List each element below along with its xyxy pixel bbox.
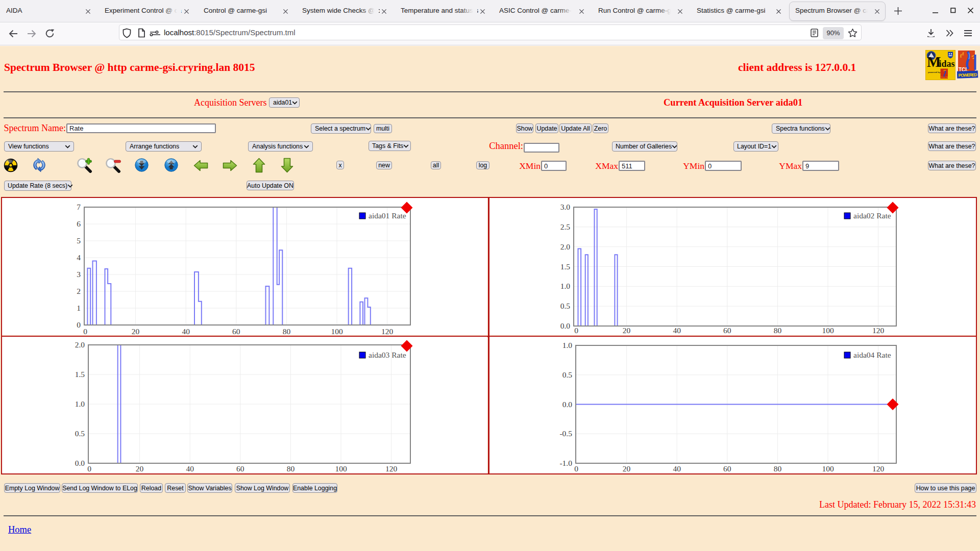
svg-text:60: 60 [723,326,731,335]
svg-text:80: 80 [287,464,295,473]
svg-text:120: 120 [381,327,394,335]
svg-text:0: 0 [77,320,81,329]
svg-text:1.0: 1.0 [562,341,573,349]
svg-text:1.0: 1.0 [75,399,85,408]
svg-text:aida02 Rate: aida02 Rate [853,211,891,220]
svg-text:0.5: 0.5 [560,302,571,310]
svg-text:idas: idas [939,59,955,69]
svg-text:0.5: 0.5 [75,429,85,438]
svg-text:20: 20 [623,326,631,335]
svg-text:40: 40 [673,326,681,335]
svg-text:aida01 Rate: aida01 Rate [369,211,406,220]
svg-text:2.0: 2.0 [75,340,85,349]
svg-text:80: 80 [283,327,291,335]
svg-text:aida04 Rate: aida04 Rate [853,350,891,359]
svg-text:40: 40 [186,464,194,473]
svg-text:7: 7 [77,203,81,211]
svg-text:100: 100 [822,464,834,473]
svg-text:20: 20 [132,327,140,335]
svg-text:60: 60 [236,464,244,473]
svg-text:80: 80 [774,326,782,335]
svg-text:0.0: 0.0 [560,321,571,330]
svg-text:0: 0 [574,464,578,473]
svg-text:-1.0: -1.0 [559,459,572,467]
svg-text:120: 120 [872,464,885,473]
svg-text:2.0: 2.0 [560,242,571,251]
svg-text:60: 60 [232,327,240,335]
svg-text:3.0: 3.0 [560,203,571,211]
svg-text:2: 2 [77,287,81,295]
svg-text:40: 40 [673,464,681,473]
svg-text:1.5: 1.5 [75,370,85,379]
svg-text:1.5: 1.5 [560,262,571,271]
svg-text:100: 100 [822,326,834,335]
svg-text:-0.5: -0.5 [559,429,572,438]
svg-text:80: 80 [774,464,782,473]
svg-text:POWERED: POWERED [958,72,977,78]
svg-text:100: 100 [335,464,347,473]
svg-text:0: 0 [83,327,87,335]
svg-text:3: 3 [77,270,81,279]
svg-text:5: 5 [77,236,81,245]
svg-text:6: 6 [77,219,81,228]
svg-text:1.0: 1.0 [560,282,571,290]
svg-text:2.5: 2.5 [560,222,571,231]
svg-text:100: 100 [331,327,343,335]
svg-text:0.0: 0.0 [562,400,573,409]
svg-text:20: 20 [623,464,631,473]
svg-text:0.0: 0.0 [75,459,85,467]
svg-text:T C L T K: T C L T K [941,77,949,79]
svg-text:0.5: 0.5 [562,370,573,379]
svg-text:20: 20 [136,464,144,473]
svg-text:120: 120 [872,326,885,335]
svg-text:120: 120 [385,464,398,473]
svg-text:0: 0 [574,326,578,335]
svg-text:aida03 Rate: aida03 Rate [369,350,406,359]
svg-text:powered by: powered by [928,71,941,73]
svg-text:60: 60 [723,464,731,473]
svg-text:4: 4 [77,253,81,262]
svg-text:40: 40 [182,327,190,335]
svg-text:0: 0 [87,464,91,473]
svg-text:1: 1 [77,304,81,312]
